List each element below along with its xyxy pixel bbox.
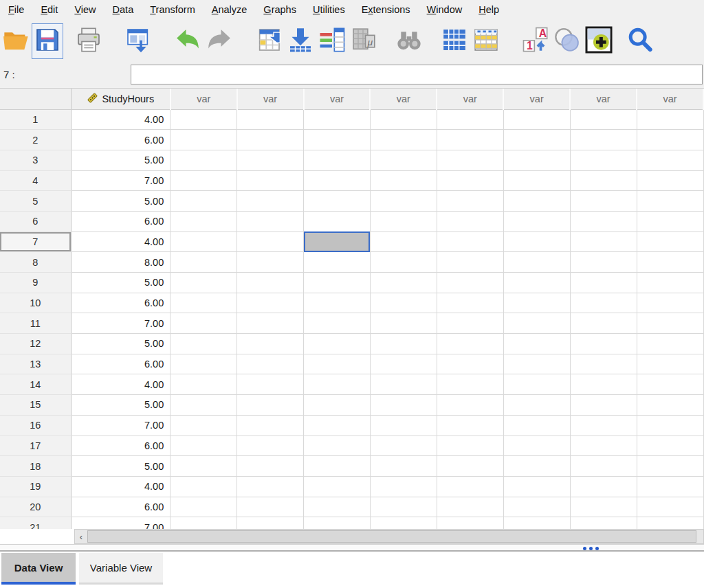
cell-var1-4[interactable] [170, 170, 237, 191]
cell-var4-4[interactable] [370, 170, 437, 191]
cell-var4-18[interactable] [370, 456, 437, 477]
cell-var3-4[interactable] [304, 170, 371, 191]
cell-var1-2[interactable] [170, 130, 237, 150]
row-header-13[interactable]: 13 [0, 354, 71, 374]
cell-var6-17[interactable] [503, 436, 570, 456]
cell-var8-18[interactable] [637, 456, 703, 477]
cell-var8-15[interactable] [637, 395, 703, 416]
cell-studyhours-14[interactable]: 4.00 [71, 374, 170, 395]
cell-var2-4[interactable] [237, 170, 304, 191]
cell-studyhours-10[interactable]: 6.00 [71, 293, 170, 313]
cell-var5-7[interactable] [437, 231, 503, 252]
cell-var3-1[interactable] [304, 109, 371, 130]
cell-var8-2[interactable] [637, 130, 703, 150]
cell-var5-12[interactable] [437, 334, 503, 354]
cell-var4-14[interactable] [370, 374, 437, 395]
row-header-12[interactable]: 12 [0, 334, 71, 354]
cell-var2-20[interactable] [237, 497, 304, 517]
scroll-left-icon[interactable]: ‹ [75, 530, 87, 543]
cell-studyhours-6[interactable]: 6.00 [71, 211, 170, 231]
horizontal-scrollbar[interactable]: ‹ [74, 529, 704, 544]
cell-var2-5[interactable] [237, 191, 304, 212]
column-header-studyhours[interactable]: StudyHours [71, 89, 170, 109]
cell-studyhours-1[interactable]: 4.00 [71, 109, 170, 130]
cell-var1-18[interactable] [170, 456, 237, 477]
row-header-19[interactable]: 19 [0, 476, 71, 497]
cell-var3-13[interactable] [304, 354, 371, 374]
cell-studyhours-7[interactable]: 4.00 [71, 231, 170, 252]
cell-var3-17[interactable] [304, 436, 371, 456]
cell-var2-1[interactable] [237, 109, 304, 130]
cell-var2-14[interactable] [237, 374, 304, 395]
cell-studyhours-20[interactable]: 6.00 [71, 497, 170, 517]
cell-var6-9[interactable] [503, 273, 570, 293]
cell-var8-20[interactable] [637, 497, 703, 517]
cell-var5-13[interactable] [437, 354, 503, 374]
cell-studyhours-12[interactable]: 5.00 [71, 334, 170, 354]
cell-var2-17[interactable] [237, 436, 304, 456]
cell-var2-7[interactable] [237, 231, 304, 252]
cell-studyhours-4[interactable]: 7.00 [71, 170, 170, 191]
cell-var5-3[interactable] [437, 150, 503, 170]
cell-var5-14[interactable] [437, 374, 503, 395]
cell-var8-17[interactable] [637, 436, 703, 456]
cell-var1-1[interactable] [170, 109, 237, 130]
cell-var2-8[interactable] [237, 252, 304, 273]
cell-var7-11[interactable] [570, 313, 637, 334]
cell-var4-20[interactable] [370, 497, 437, 517]
cell-var8-16[interactable] [637, 415, 703, 436]
cell-var3-10[interactable] [304, 293, 371, 313]
row-header-17[interactable]: 17 [0, 436, 71, 456]
cell-var3-11[interactable] [304, 313, 371, 334]
cell-var3-9[interactable] [304, 273, 371, 293]
cell-studyhours-17[interactable]: 6.00 [71, 436, 170, 456]
cell-studyhours-19[interactable]: 4.00 [71, 476, 170, 497]
cell-var6-2[interactable] [503, 130, 570, 150]
menu-edit[interactable]: Edit [32, 1, 66, 19]
row-header-5[interactable]: 5 [0, 191, 71, 212]
cell-var3-14[interactable] [304, 374, 371, 395]
column-header-var5[interactable]: var [437, 89, 503, 109]
cell-var5-6[interactable] [437, 211, 503, 231]
cell-var2-6[interactable] [237, 211, 304, 231]
cell-var7-9[interactable] [570, 273, 637, 293]
cell-var6-16[interactable] [503, 415, 570, 436]
cell-var2-16[interactable] [237, 415, 304, 436]
cell-var8-12[interactable] [637, 334, 703, 354]
cell-var6-12[interactable] [503, 334, 570, 354]
cell-studyhours-15[interactable]: 5.00 [71, 395, 170, 416]
cell-var7-3[interactable] [570, 150, 637, 170]
cell-var4-2[interactable] [370, 130, 437, 150]
cell-var4-19[interactable] [370, 476, 437, 497]
cell-var4-17[interactable] [370, 436, 437, 456]
cell-var1-7[interactable] [170, 231, 237, 252]
cell-var4-15[interactable] [370, 395, 437, 416]
cell-var4-5[interactable] [370, 191, 437, 212]
cell-editor-input[interactable] [131, 65, 703, 84]
cell-var1-16[interactable] [170, 415, 237, 436]
cell-var5-9[interactable] [437, 273, 503, 293]
row-header-3[interactable]: 3 [0, 150, 71, 170]
menu-extensions[interactable]: Extensions [353, 1, 419, 19]
cell-var3-7[interactable] [304, 231, 371, 252]
cell-var5-19[interactable] [437, 476, 503, 497]
cell-var7-5[interactable] [570, 191, 637, 212]
scrollbar-thumb[interactable] [87, 530, 696, 543]
row-header-18[interactable]: 18 [0, 456, 71, 477]
cell-var5-11[interactable] [437, 313, 503, 334]
cell-var5-17[interactable] [437, 436, 503, 456]
zoom-button[interactable] [624, 23, 656, 59]
cell-var8-8[interactable] [637, 252, 703, 273]
cell-var1-11[interactable] [170, 313, 237, 334]
cell-var7-18[interactable] [570, 456, 637, 477]
cell-var6-5[interactable] [503, 191, 570, 212]
goto-variable-button[interactable] [316, 23, 348, 59]
cell-var5-5[interactable] [437, 191, 503, 212]
cell-var5-8[interactable] [437, 252, 503, 273]
cell-var5-15[interactable] [437, 395, 503, 416]
cell-var5-4[interactable] [437, 170, 503, 191]
cell-var1-12[interactable] [170, 334, 237, 354]
cell-var3-3[interactable] [304, 150, 371, 170]
cell-var5-10[interactable] [437, 293, 503, 313]
cell-var7-20[interactable] [570, 497, 637, 517]
